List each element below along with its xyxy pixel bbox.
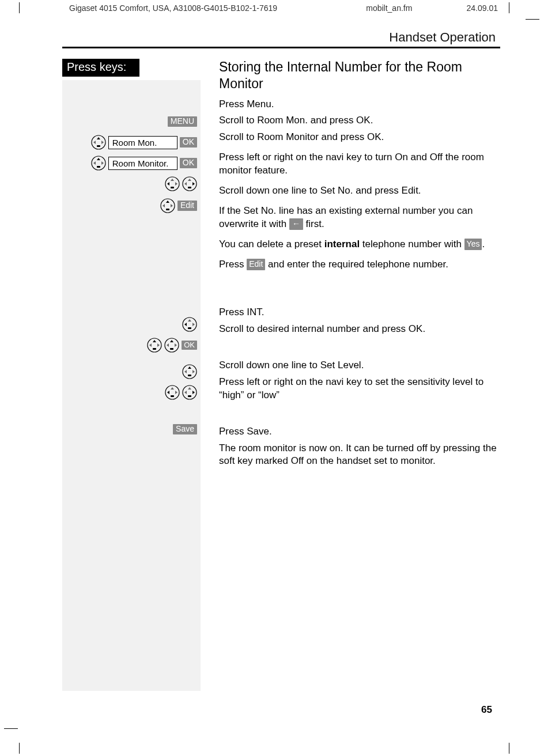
svg-marker-13 <box>175 182 177 186</box>
svg-marker-11 <box>171 179 174 181</box>
svg-rect-24 <box>166 209 169 210</box>
svg-marker-47 <box>167 391 169 394</box>
page-title: Storing the Internal Number for the Room… <box>219 59 500 92</box>
step-sensitivity: Press left or right on the navi key to s… <box>219 376 500 402</box>
svg-marker-26 <box>188 319 191 322</box>
svg-rect-54 <box>188 395 191 397</box>
svg-marker-43 <box>192 370 195 373</box>
svg-marker-6 <box>97 158 100 160</box>
svg-marker-23 <box>171 204 173 207</box>
edit-button: Edit <box>177 201 197 211</box>
svg-marker-8 <box>101 161 104 165</box>
navi-right-icon <box>182 385 197 400</box>
doc-filename: mobilt_an.fm <box>366 3 412 13</box>
yes-button: Yes <box>464 239 482 250</box>
navi-int-icon <box>182 317 197 332</box>
svg-marker-32 <box>149 343 152 347</box>
key-row-scroll-ok: OK <box>62 337 197 353</box>
internal-bold: internal <box>324 239 360 250</box>
press-keys-heading: Press keys: <box>62 59 139 77</box>
doc-date: 24.09.01 <box>466 3 498 13</box>
step-press-menu: Press Menu. <box>219 98 500 111</box>
step-overwrite: If the Set No. line has an existing exte… <box>219 205 500 231</box>
svg-rect-34 <box>153 348 156 350</box>
svg-rect-44 <box>188 375 191 376</box>
ok-button: OK <box>180 158 197 168</box>
svg-marker-53 <box>192 391 195 394</box>
key-row-room-monitor: Room Monitor. OK <box>62 155 197 171</box>
svg-rect-19 <box>188 187 191 188</box>
step-final: The room monitor is now on. It can be tu… <box>219 442 500 468</box>
ok-button: OK <box>180 137 197 148</box>
svg-marker-31 <box>153 340 156 342</box>
svg-marker-22 <box>163 204 165 207</box>
step-room-mon: Scroll to Room Mon. and press OK. <box>219 114 500 127</box>
svg-marker-17 <box>184 182 187 186</box>
edit-inline-button: Edit <box>247 259 265 270</box>
svg-marker-52 <box>184 391 187 394</box>
svg-rect-39 <box>170 348 173 350</box>
svg-marker-37 <box>167 343 169 347</box>
svg-marker-1 <box>97 137 100 139</box>
navi-key-icon <box>147 338 162 353</box>
ok-button: OK <box>182 341 197 350</box>
backspace-icon: ← <box>289 218 303 230</box>
room-monitor-field: Room Monitor. <box>108 157 177 170</box>
navi-down-icon <box>182 364 197 379</box>
key-row-int <box>62 316 197 332</box>
navi-left-icon <box>165 385 180 400</box>
navi-key-icon <box>91 135 106 150</box>
svg-rect-14 <box>171 187 174 188</box>
save-button: Save <box>173 424 197 434</box>
svg-marker-33 <box>157 343 160 347</box>
svg-marker-48 <box>175 391 177 394</box>
svg-marker-51 <box>188 387 191 390</box>
key-row-lr2 <box>62 384 197 400</box>
menu-button: MENU <box>168 116 197 127</box>
key-row-lr <box>62 176 197 192</box>
room-mon-field: Room Mon. <box>108 136 177 149</box>
svg-marker-3 <box>101 141 104 144</box>
svg-marker-46 <box>171 387 174 390</box>
svg-rect-29 <box>188 327 191 329</box>
svg-rect-4 <box>97 145 100 147</box>
svg-marker-41 <box>188 366 191 369</box>
key-row-edit: Edit <box>62 198 197 214</box>
key-row-down <box>62 364 197 380</box>
svg-rect-9 <box>97 166 100 168</box>
svg-marker-7 <box>93 161 96 165</box>
svg-marker-42 <box>184 370 187 373</box>
svg-marker-28 <box>192 323 195 326</box>
doc-header: Gigaset 4015 Comfort, USA, A31008-G4015-… <box>69 3 498 13</box>
step-set-level: Scroll down one line to Set Level. <box>219 359 500 372</box>
section-rule <box>62 47 500 48</box>
step-room-monitor: Scroll to Room Monitor and press OK. <box>219 131 500 144</box>
step-press-save: Press Save. <box>219 425 500 439</box>
step-press-edit: Press Edit and enter the required teleph… <box>219 258 500 271</box>
keys-panel: MENU Room Mon. OK Room Monitor. OK <box>62 80 201 691</box>
svg-marker-12 <box>167 182 169 186</box>
key-row-save: Save <box>62 421 197 437</box>
step-on-off: Press left or right on the navi key to t… <box>219 151 500 177</box>
navi-key-icon <box>164 338 179 353</box>
doc-id: Gigaset 4015 Comfort, USA, A31008-G4015-… <box>69 3 277 13</box>
svg-marker-2 <box>93 141 96 144</box>
navi-key-icon <box>91 156 106 171</box>
svg-marker-16 <box>188 179 191 181</box>
svg-marker-38 <box>175 343 177 347</box>
svg-marker-36 <box>170 340 173 342</box>
section-title: Handset Operation <box>62 30 500 45</box>
step-scroll-internal: Scroll to desired internal number and pr… <box>219 323 500 336</box>
step-delete-internal: You can delete a preset internal telepho… <box>219 238 500 251</box>
step-set-no: Scroll down one line to Set No. and pres… <box>219 184 500 198</box>
step-press-int: Press INT. <box>219 306 500 319</box>
page-number: 65 <box>481 704 492 716</box>
navi-left-icon <box>165 176 180 191</box>
svg-marker-21 <box>166 201 169 203</box>
navi-down-icon <box>160 198 175 213</box>
svg-marker-18 <box>192 182 195 186</box>
key-row-menu: MENU <box>62 114 197 130</box>
svg-marker-27 <box>184 323 187 326</box>
svg-rect-49 <box>171 395 174 397</box>
key-row-room-mon: Room Mon. OK <box>62 134 197 150</box>
